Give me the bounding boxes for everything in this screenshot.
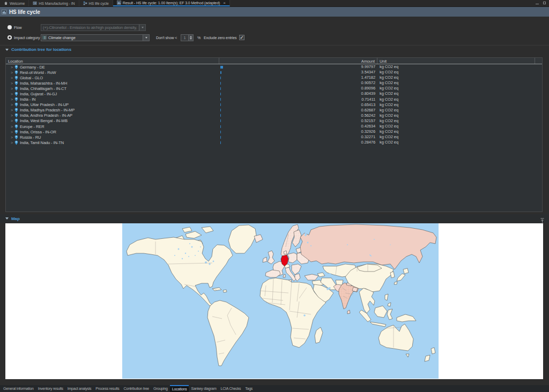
expand-chevron-icon[interactable]: >: [11, 114, 13, 117]
tree-row[interactable]: >Rest-of-World - RoW3.54347kg CO2 eq: [6, 70, 542, 75]
expand-chevron-icon[interactable]: >: [11, 92, 13, 96]
expand-chevron-icon[interactable]: >: [11, 130, 13, 134]
location-label: India, Uttar Pradesh - IN-UP: [20, 102, 69, 107]
location-pin-icon: [14, 97, 18, 102]
expand-chevron-icon[interactable]: >: [11, 97, 13, 101]
column-header-location[interactable]: Location: [6, 58, 219, 64]
flow-combo-value: (+)-Citronellol - Emission to air/high p…: [41, 25, 139, 30]
expand-chevron-icon[interactable]: >: [11, 119, 13, 123]
tree-row[interactable]: >India, Chhattisgarh - IN-CT0.89096kg CO…: [6, 86, 542, 91]
editor-tab[interactable]: Welcome: [0, 0, 29, 6]
unit-cell: kg CO2 eq: [380, 80, 398, 86]
column-header-unit[interactable]: Unit: [377, 58, 535, 64]
maximize-icon[interactable]: [543, 2, 546, 4]
editor-tab[interactable]: Result - HS life cycle: 1.00 Item(s); EF…: [113, 0, 230, 6]
expand-chevron-icon[interactable]: >: [11, 81, 13, 85]
flow-radio[interactable]: [8, 25, 12, 29]
result-tab-sankey-diagram[interactable]: Sankey diagram: [189, 385, 218, 392]
tree-row[interactable]: >India, Orissa - IN-OR0.32926kg CO2 eq: [6, 129, 542, 134]
unit-cell: kg CO2 eq: [380, 86, 398, 91]
expand-chevron-icon[interactable]: >: [11, 87, 13, 91]
amount-cell: 0.56242: [220, 113, 375, 118]
amount-cell: 0.42634: [220, 124, 375, 129]
tree-row[interactable]: >India, Madhya Pradesh - IN-MP0.62687kg …: [6, 108, 542, 113]
tree-row[interactable]: >India - IN0.71411kg CO2 eq: [6, 97, 542, 102]
location-pin-icon: [14, 124, 18, 129]
editor-tab-label: HS Manufacturing - IN: [39, 2, 75, 5]
impact-category-icon: [42, 35, 47, 40]
unit-cell: kg CO2 eq: [380, 113, 398, 118]
chevron-down-icon[interactable]: [143, 35, 149, 41]
product-system-icon: [83, 1, 87, 5]
amount-cell: 0.28476: [220, 140, 375, 145]
contribution-tree-table: Location Amount Unit >Germany - DE9.9979…: [5, 57, 543, 212]
tree-row-location-cell: >India, Chhattisgarh - IN-CT: [6, 86, 219, 91]
tree-row[interactable]: >Europe - RER0.42634kg CO2 eq: [6, 124, 542, 129]
home-icon: [4, 1, 8, 5]
editor-tab[interactable]: HS life cycle: [79, 0, 113, 6]
result-tab-impact-analysis[interactable]: Impact analysis: [65, 385, 94, 392]
map-section-title: Map: [11, 216, 20, 221]
percent-label: %: [197, 36, 201, 40]
expand-chevron-icon[interactable]: >: [11, 76, 13, 80]
tree-row[interactable]: >Russia - RU0.32271kg CO2 eq: [6, 134, 542, 140]
location-label: India, Chhattisgarh - IN-CT: [20, 86, 66, 91]
result-tab-grouping[interactable]: Grouping: [151, 385, 170, 392]
impact-category-combo[interactable]: Climate change: [41, 34, 150, 41]
location-pin-icon: [14, 70, 18, 75]
result-tab-contribution-tree[interactable]: Contribution tree: [121, 385, 151, 392]
minimize-icon[interactable]: [536, 4, 539, 4]
column-header-amount[interactable]: Amount: [219, 58, 377, 64]
expand-chevron-icon[interactable]: >: [11, 141, 13, 145]
map-panel[interactable]: [5, 223, 543, 379]
impact-category-radio[interactable]: [8, 35, 12, 40]
expand-chevron-icon[interactable]: >: [11, 135, 13, 139]
amount-cell: 0.32271: [220, 134, 375, 140]
expand-chevron-icon[interactable]: >: [11, 108, 13, 112]
editor-tab-label: Welcome: [10, 2, 25, 5]
unit-cell: kg CO2 eq: [380, 129, 398, 134]
tree-row-location-cell: >India, West Bengal - IN-WB: [6, 118, 219, 124]
world-map[interactable]: [122, 223, 439, 379]
tree-row[interactable]: >India, Gujarat - IN-GJ0.80439kg CO2 eq: [6, 91, 542, 96]
result-tab-tags[interactable]: Tags: [243, 385, 255, 392]
location-pin-icon: [14, 65, 18, 70]
collapse-triangle-icon[interactable]: [5, 217, 9, 220]
application-window: WelcomeHS Manufacturing - INHS life cycl…: [0, 0, 549, 392]
editor-title-bar: HS life cycle: [0, 7, 549, 17]
amount-cell: 0.62687: [220, 108, 375, 113]
collapse-triangle-icon[interactable]: [5, 49, 9, 51]
dont-show-spinner[interactable]: 1: [181, 34, 194, 41]
result-tab-process-results[interactable]: Process results: [93, 385, 121, 392]
location-pin-icon: [14, 135, 18, 140]
tree-row-location-cell: >India, Madhya Pradesh - IN-MP: [6, 108, 219, 113]
tree-row[interactable]: >India, Tamil Nadu - IN-TN0.28476kg CO2 …: [6, 140, 542, 145]
location-pin-icon: [14, 81, 18, 86]
tree-row-location-cell: >India, Gujarat - IN-GJ: [6, 91, 219, 96]
tree-row[interactable]: >India, Maharashtra - IN-MH0.90572kg CO2…: [6, 80, 542, 86]
close-icon[interactable]: ×: [223, 1, 226, 5]
expand-chevron-icon[interactable]: >: [11, 71, 13, 74]
tree-row-location-cell: >India, Tamil Nadu - IN-TN: [6, 140, 219, 145]
exclude-zero-checkbox[interactable]: ✓: [239, 35, 244, 40]
result-tab-general-information[interactable]: General information: [1, 385, 36, 392]
tree-row[interactable]: >India, Uttar Pradesh - IN-UP0.65413kg C…: [6, 102, 542, 108]
result-tab-inventory-results[interactable]: Inventory results: [36, 385, 65, 392]
location-label: India, Gujarat - IN-GJ: [20, 92, 57, 96]
expand-chevron-icon[interactable]: >: [11, 125, 13, 129]
expand-chevron-icon[interactable]: >: [11, 65, 13, 69]
expand-chevron-icon[interactable]: >: [11, 103, 13, 107]
result-icon: [117, 1, 121, 5]
result-tab-lcia-checks[interactable]: LCIA Checks: [219, 385, 243, 392]
spinner-arrows[interactable]: [188, 35, 193, 41]
editor-tab[interactable]: HS Manufacturing - IN: [29, 0, 79, 6]
tree-row[interactable]: >India, Andhra Pradesh - IN-AP0.56242kg …: [6, 113, 542, 118]
tree-row[interactable]: >Germany - DE9.99797kg CO2 eq: [6, 64, 542, 70]
unit-cell: kg CO2 eq: [380, 140, 398, 145]
map-section-header[interactable]: Map: [0, 214, 549, 223]
tree-row-location-cell: >Russia - RU: [6, 134, 219, 140]
result-tab-locations[interactable]: Locations: [170, 385, 189, 392]
contribution-tree-section-header[interactable]: Contribution tree for locations: [5, 47, 71, 52]
tree-row[interactable]: >Global - GLO1.47182kg CO2 eq: [6, 75, 542, 80]
tree-row[interactable]: >India, West Bengal - IN-WB0.52157kg CO2…: [6, 118, 542, 124]
